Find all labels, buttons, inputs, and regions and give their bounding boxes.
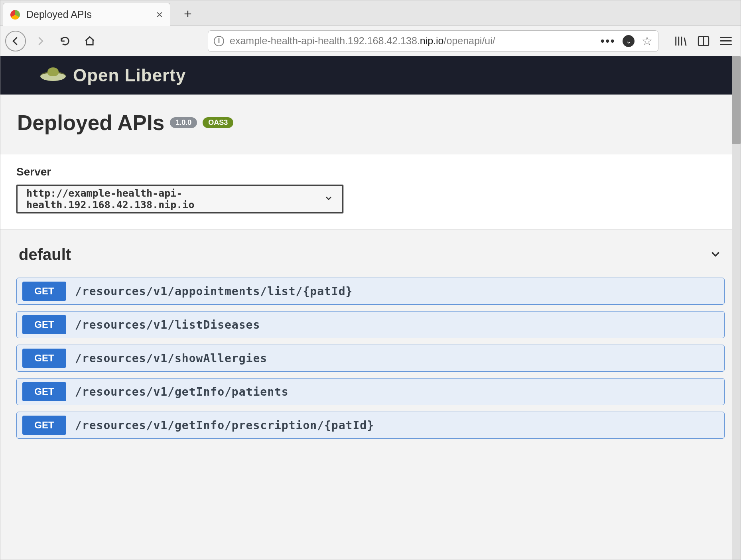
swagger-info: Deployed APIs 1.0.0 OAS3 <box>0 95 741 154</box>
tab-strip: Deployed APIs × + <box>0 0 741 26</box>
menu-hamburger-icon[interactable] <box>720 37 732 45</box>
open-liberty-logo[interactable]: Open Liberty <box>40 65 186 85</box>
tags-section: default GET/resources/v1/appointments/li… <box>0 230 741 455</box>
tag-name: default <box>19 246 71 264</box>
operation-path: /resources/v1/listDiseases <box>75 318 260 331</box>
server-label: Server <box>16 166 725 178</box>
page-content: Open Liberty Deployed APIs 1.0.0 OAS3 Se… <box>0 56 741 560</box>
operation-row[interactable]: GET/resources/v1/showAllergies <box>16 345 725 372</box>
chevron-down-icon <box>324 193 333 205</box>
chevron-down-icon <box>709 247 722 262</box>
api-title-row: Deployed APIs 1.0.0 OAS3 <box>17 110 724 135</box>
open-liberty-header: Open Liberty <box>0 56 741 95</box>
http-method-badge: GET <box>22 382 66 401</box>
scrollbar-thumb[interactable] <box>732 56 741 144</box>
open-liberty-brand-text: Open Liberty <box>73 65 186 85</box>
reload-icon <box>59 35 71 47</box>
operation-row[interactable]: GET/resources/v1/appointments/list/{patI… <box>16 278 725 305</box>
pocket-icon[interactable]: ⌄ <box>623 35 635 47</box>
browser-toolbar: i example-health-api-health.192.168.42.1… <box>0 26 741 56</box>
url-bar[interactable]: i example-health-api-health.192.168.42.1… <box>208 30 658 52</box>
browser-window: Deployed APIs × + i example-health-api-h… <box>0 0 741 560</box>
url-bar-actions: ••• ⌄ ☆ <box>600 34 652 48</box>
http-method-badge: GET <box>22 282 66 301</box>
url-path: /openapi/ui/ <box>444 35 495 46</box>
vertical-scrollbar[interactable] <box>732 56 741 560</box>
page-actions-icon[interactable]: ••• <box>600 34 615 48</box>
server-select[interactable]: http://example-health-api-health.192.168… <box>16 185 343 213</box>
arrow-left-icon <box>10 35 21 47</box>
tag-header[interactable]: default <box>16 242 725 271</box>
library-icon[interactable] <box>674 34 687 48</box>
toolbar-right <box>674 34 736 48</box>
home-icon <box>84 35 95 47</box>
bookmark-star-icon[interactable]: ☆ <box>642 34 652 48</box>
operation-row[interactable]: GET/resources/v1/getInfo/prescription/{p… <box>16 412 725 439</box>
oas-badge: OAS3 <box>203 117 233 128</box>
http-method-badge: GET <box>22 315 66 334</box>
nav-forward-button <box>30 31 51 51</box>
operation-path: /resources/v1/appointments/list/{patId} <box>75 285 353 298</box>
site-info-icon[interactable]: i <box>214 36 224 46</box>
http-method-badge: GET <box>22 349 66 368</box>
page-title: Deployed APIs <box>17 110 164 135</box>
operation-path: /resources/v1/getInfo/prescription/{patI… <box>75 419 374 432</box>
tab-favicon <box>10 10 20 20</box>
tab-close-icon[interactable]: × <box>156 9 163 20</box>
operation-row[interactable]: GET/resources/v1/getInfo/patients <box>16 378 725 405</box>
nav-back-button[interactable] <box>5 31 26 51</box>
nav-reload-button[interactable] <box>55 31 75 51</box>
server-value: http://example-health-api-health.192.168… <box>26 187 324 211</box>
http-method-badge: GET <box>22 416 66 435</box>
sidebar-icon[interactable] <box>697 34 710 48</box>
new-tab-button[interactable]: + <box>180 6 196 22</box>
url-host-bold: nip.io <box>420 35 444 46</box>
operation-path: /resources/v1/getInfo/patients <box>75 385 289 398</box>
arrow-right-icon <box>35 35 46 47</box>
operation-path: /resources/v1/showAllergies <box>75 352 267 365</box>
ufo-icon <box>40 67 66 83</box>
url-host-pre: example-health-api-health.192.168.42.138… <box>230 35 420 46</box>
nav-home-button[interactable] <box>79 31 100 51</box>
server-section: Server http://example-health-api-health.… <box>0 154 741 230</box>
browser-tab[interactable]: Deployed APIs × <box>3 3 170 26</box>
version-badge: 1.0.0 <box>170 117 197 128</box>
url-text: example-health-api-health.192.168.42.138… <box>230 35 595 47</box>
tab-title: Deployed APIs <box>26 9 150 20</box>
operation-row[interactable]: GET/resources/v1/listDiseases <box>16 311 725 338</box>
